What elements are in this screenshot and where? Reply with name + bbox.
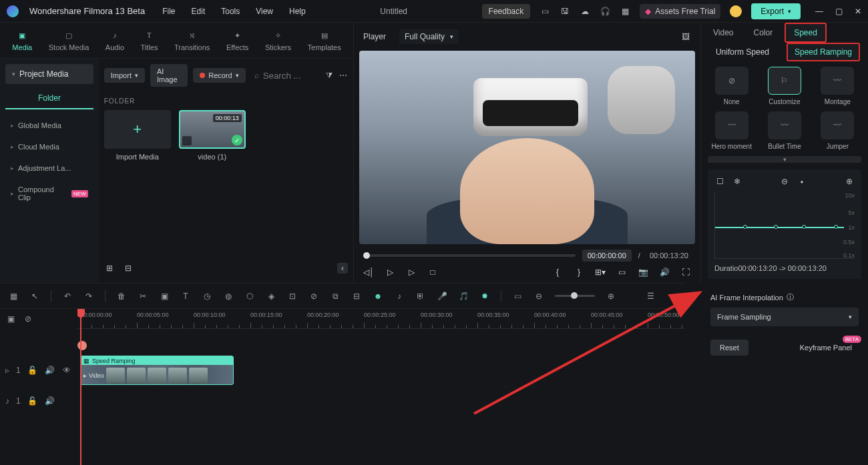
video-track[interactable]: ▦Speed Ramping ▸Video: [77, 353, 685, 388]
export-button[interactable]: Export▾: [751, 3, 801, 19]
cloud-icon[interactable]: ☁: [580, 6, 590, 17]
mark-out-icon[interactable]: }: [574, 267, 584, 278]
zoom-thumb[interactable]: [571, 292, 578, 299]
volume-icon[interactable]: 🔊: [659, 267, 670, 278]
save-icon[interactable]: 🖫: [560, 6, 570, 17]
cut-icon[interactable]: ✂: [138, 291, 148, 302]
color-tool-icon[interactable]: ◍: [223, 291, 234, 302]
crop-icon[interactable]: ▣: [159, 291, 170, 302]
new-bin-icon[interactable]: ⊟: [123, 263, 134, 274]
ramp-keyframe[interactable]: [834, 225, 838, 229]
ai-tool-icon[interactable]: ☻: [373, 291, 383, 302]
import-media-tile[interactable]: + Import Media: [104, 110, 171, 161]
time-ruler[interactable]: 00:00:00:0000:00:05:0000:00:10:0000:00:1…: [77, 309, 685, 329]
music-icon[interactable]: 🎵: [458, 291, 469, 302]
preset-montage[interactable]: 〰Montage: [814, 67, 861, 106]
display-icon[interactable]: ▭: [616, 267, 627, 278]
preset-bullet[interactable]: 〰Bullet Time: [761, 111, 808, 151]
new-folder-icon[interactable]: ⊞: [104, 263, 115, 274]
link-icon[interactable]: ⊘: [308, 291, 319, 302]
frame-icon[interactable]: ▭: [512, 291, 523, 302]
marker-icon[interactable]: ✹: [479, 291, 490, 302]
checkbox-icon[interactable]: ☐: [714, 176, 725, 187]
mute-icon[interactable]: 🔊: [45, 396, 55, 406]
track-link-icon[interactable]: ⊘: [23, 314, 33, 324]
undo-icon[interactable]: ↶: [62, 291, 73, 302]
speed-tool-icon[interactable]: ◷: [202, 291, 212, 302]
screen-icon[interactable]: ▭: [539, 6, 550, 17]
keyframe-tool-icon[interactable]: ◈: [266, 291, 276, 302]
pointer-icon[interactable]: ↖: [29, 291, 40, 302]
timeline-tracks[interactable]: 00:00:00:0000:00:05:0000:00:10:0000:00:1…: [77, 309, 685, 465]
keyframe-dot-icon[interactable]: ●: [797, 176, 807, 187]
mask-icon[interactable]: ⬡: [244, 291, 255, 302]
eye-icon[interactable]: 👁: [61, 365, 72, 376]
snapshot-icon[interactable]: 🖼: [680, 31, 691, 42]
track-main-icon[interactable]: ▣: [5, 314, 16, 324]
grid-icon[interactable]: ▦: [620, 6, 630, 17]
preset-jumper[interactable]: 〰Jumper: [814, 111, 861, 151]
layout-icon[interactable]: ▦: [8, 291, 19, 302]
video-1-tile[interactable]: 00:00:13 ✓ video (1): [179, 110, 246, 161]
ramp-keyframe[interactable]: [743, 225, 747, 229]
menu-help[interactable]: Help: [289, 7, 306, 16]
reset-button[interactable]: Reset: [710, 340, 748, 356]
collapse-icon[interactable]: ‹: [337, 263, 348, 274]
redo-icon[interactable]: ↷: [83, 291, 94, 302]
tab-media[interactable]: ▣Media: [12, 29, 32, 51]
shield-icon[interactable]: ⛨: [415, 291, 426, 302]
menu-file[interactable]: File: [162, 7, 175, 16]
zoom-in-icon[interactable]: ⊕: [606, 291, 616, 302]
sidebar-item-global-media[interactable]: ▸Global Media: [5, 115, 93, 136]
tab-video[interactable]: Video: [705, 24, 741, 41]
fit-icon[interactable]: ⊡: [287, 291, 298, 302]
preset-none[interactable]: ⊘None: [708, 67, 755, 106]
more-icon[interactable]: ⋯: [339, 70, 348, 81]
subtab-speed-ramping[interactable]: Speed Ramping: [787, 43, 860, 61]
play-icon[interactable]: ▷: [406, 267, 417, 278]
record-dropdown[interactable]: Record▾: [193, 68, 245, 83]
stop-icon[interactable]: □: [427, 267, 438, 278]
tab-transitions[interactable]: ⤭Transitions: [174, 29, 210, 51]
marker-icon[interactable]: [77, 341, 87, 350]
snowflake-icon[interactable]: ❄: [732, 176, 742, 187]
headphones-icon[interactable]: 🎧: [600, 6, 610, 17]
mic-icon[interactable]: 🎤: [437, 291, 447, 302]
tab-color[interactable]: Color: [745, 24, 781, 41]
tab-titles[interactable]: TTitles: [141, 29, 158, 51]
fullscreen-icon[interactable]: ⛶: [680, 267, 691, 278]
presets-expand[interactable]: ▾: [708, 156, 861, 163]
preset-customize[interactable]: ⚐Customize: [761, 67, 808, 106]
maximize-icon[interactable]: ▢: [835, 7, 843, 16]
subtab-uniform-speed[interactable]: Uniform Speed: [709, 44, 776, 60]
video-clip[interactable]: ▦Speed Ramping ▸Video: [80, 356, 234, 385]
tab-audio[interactable]: ♪Audio: [105, 29, 124, 51]
ramp-keyframe[interactable]: [802, 225, 806, 229]
zoom-out-icon[interactable]: ⊖: [533, 291, 544, 302]
close-icon[interactable]: ✕: [855, 7, 861, 16]
tab-effects[interactable]: ✦Effects: [226, 29, 248, 51]
sidebar-item-compound[interactable]: ▸Compound ClipNEW: [5, 179, 93, 208]
tab-templates[interactable]: ▤Templates: [308, 29, 341, 51]
filter-icon[interactable]: ⧩: [325, 70, 334, 81]
audio-track[interactable]: [77, 388, 685, 414]
ramp-keyframe[interactable]: [774, 225, 778, 229]
remove-keyframe-icon[interactable]: ⊖: [779, 176, 790, 187]
add-keyframe-icon[interactable]: ⊕: [844, 176, 855, 187]
search-input[interactable]: [263, 71, 316, 81]
playhead[interactable]: [80, 309, 81, 465]
folder-tab[interactable]: Folder: [5, 88, 93, 109]
ai-image-button[interactable]: AI Image: [150, 64, 188, 87]
group-icon[interactable]: ⧉: [330, 291, 341, 302]
ramp-graph[interactable]: 10x 5x 1x 0.5x 0.1x: [714, 192, 855, 259]
play-back-icon[interactable]: ▷: [385, 267, 395, 278]
avatar-icon[interactable]: [730, 5, 742, 17]
scrubber-track[interactable]: [363, 254, 576, 257]
ai-interpolation-select[interactable]: Frame Sampling▾: [710, 308, 859, 326]
zoom-slider[interactable]: [555, 295, 595, 297]
mute-icon[interactable]: 🔊: [44, 365, 55, 376]
snapshot2-icon[interactable]: 📷: [638, 267, 648, 278]
menu-edit[interactable]: Edit: [192, 7, 206, 16]
split-icon[interactable]: ⊟: [351, 291, 362, 302]
search-box[interactable]: ⌕: [251, 67, 320, 84]
